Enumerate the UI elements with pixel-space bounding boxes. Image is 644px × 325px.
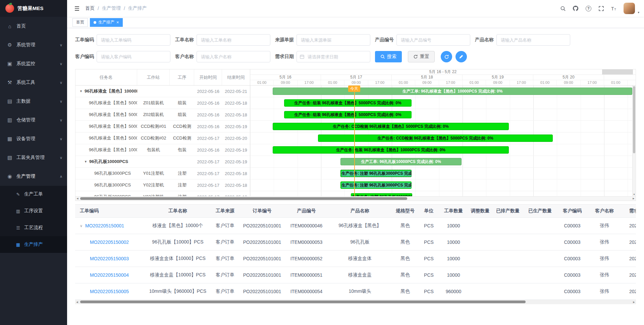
table-cell: 客户订单	[211, 283, 239, 300]
gantt-cell: 包装	[170, 147, 195, 153]
product-name-input[interactable]	[496, 34, 570, 46]
tab-home[interactable]: 首页	[72, 18, 88, 27]
sidebar-toggle-button[interactable]	[72, 0, 82, 17]
table-row[interactable]: MO202205150003 移液盒盒体【10000】PCS 客户订单 PO20…	[75, 251, 636, 267]
gantt-grid-header: 任务名 工作站 工序 开始时间 结束时间	[75, 69, 250, 86]
table-cell: 移液盒盒体	[328, 251, 392, 267]
tree-collapse-icon[interactable]: ▼	[84, 160, 87, 163]
breadcrumb-production[interactable]: 生产管理	[102, 5, 121, 11]
customer-code-input[interactable]	[97, 51, 170, 62]
close-icon[interactable]: ×	[116, 20, 119, 24]
sidebar-item-production[interactable]: ◉ 生产管理 ∧	[0, 167, 67, 186]
product-code-input[interactable]	[396, 34, 470, 46]
scrollbar-thumb[interactable]	[80, 197, 407, 200]
filter-field: 需求日期	[275, 51, 370, 62]
table-cell: 移液盒【黑色】10000个	[145, 218, 211, 234]
table-cell: C00003	[557, 251, 588, 267]
task-bar[interactable]: 生产任务: 注塑 96孔孔板3000PCS 完成比例: 0%	[351, 193, 412, 196]
tab-label: 生产排产	[98, 19, 114, 25]
fixture-icon: ▧	[7, 155, 13, 161]
task-bar[interactable]: 生产任务: 包装 96孔移液盒【黑色】10000PCS 完成比例: 0%	[273, 146, 509, 154]
work-order-bar[interactable]: 生产工单: 96孔孔板10000PCS 完成比例: 0%	[340, 158, 462, 165]
refresh-circle-button[interactable]	[441, 51, 452, 62]
task-bar[interactable]: 生产任务: CCD检测 96孔移液盒【黑色】5000PCS 完成比例: 0%	[318, 134, 553, 142]
scrollbar-thumb[interactable]	[80, 301, 526, 303]
gantt-task-row[interactable]: 96孔移液盒【黑色】5000PCS Z01组装机 组装 2022-05-16 2…	[75, 97, 250, 109]
gantt-task-row[interactable]: 96孔移液盒【黑色】5000PCS CCD检测#02 CCD检测 2022-05…	[75, 132, 250, 144]
sidebar-item-process-flow[interactable]: ☰ 工艺流程	[0, 219, 67, 236]
customer-name-input[interactable]	[197, 51, 270, 62]
work-order-code-input[interactable]	[97, 34, 170, 46]
row-expand-icon[interactable]: ∨	[80, 224, 83, 228]
gantt-task-row[interactable]: 96孔移液盒【黑色】10000PCS 包装机 包装 2022-05-16 202…	[75, 144, 250, 156]
table-row[interactable]: MO202205150002 96孔孔板【10000】PCS 客户订单 PO20…	[75, 234, 636, 251]
scroll-right-icon[interactable]: ▶	[632, 197, 636, 201]
gantt-horizontal-scrollbar[interactable]: ◀ ▶	[75, 197, 636, 201]
scrollbar-thumb[interactable]	[633, 86, 635, 153]
gantt-task-row[interactable]: ▼96孔移液盒【黑色】10000PCS 2022-05-16 2022-05-2…	[75, 86, 250, 97]
breadcrumb-home[interactable]: 首页	[85, 5, 95, 11]
github-button[interactable]	[570, 0, 581, 17]
table-row[interactable]: MO202205150005 10mm吸头【960000】PCS 客户订单 PO…	[75, 283, 636, 300]
search-submit-button[interactable]: 搜索	[375, 51, 402, 62]
demand-date-input[interactable]	[297, 51, 370, 62]
scroll-left-icon[interactable]: ◀	[75, 197, 79, 201]
sidebar: 苦糖果MES ⌂ 首页 ⚙ 系统管理 ∨ ▣ 系统监控 ∨ ⚒ 系统工具 ∨ ▤…	[0, 0, 67, 325]
work-order-link[interactable]: MO202205150005	[90, 289, 129, 294]
caret-down-icon[interactable]: ▾	[638, 11, 639, 17]
scale-filler	[602, 69, 633, 74]
fullscreen-button[interactable]	[595, 0, 607, 17]
task-bar-selected[interactable]: 生产任务: 注塑 96孔孔板3000PCS 完成比例: 0%	[340, 170, 412, 177]
work-order-link[interactable]: MO202205150004	[90, 272, 129, 278]
sidebar-item-system-monitor[interactable]: ▣ 系统监控 ∨	[0, 54, 67, 73]
gantt-task-row[interactable]: 96孔孔板3000PCS Y02注塑机 注塑 2022-05-17 2022-0…	[75, 179, 250, 191]
scroll-right-icon[interactable]: ▶	[632, 300, 636, 304]
scroll-left-icon[interactable]: ◀	[75, 300, 79, 304]
task-bar[interactable]: 生产任务: 组装 96孔移液盒【黑色】5000PCS 完成比例: 0%	[284, 99, 412, 107]
gantt-vertical-scrollbar[interactable]: ▼	[632, 86, 636, 196]
work-order-link[interactable]: MO202205150003	[90, 256, 129, 261]
scroll-down-icon[interactable]: ▼	[633, 193, 636, 196]
sidebar-item-label: 首页	[16, 23, 26, 29]
sidebar-item-home[interactable]: ⌂ 首页	[0, 17, 67, 36]
user-avatar[interactable]	[624, 3, 635, 14]
help-button[interactable]: ?	[583, 0, 594, 17]
sidebar-item-fixture[interactable]: ▧ 工装夹具管理 ∨	[0, 148, 67, 167]
table-row[interactable]: ∨MO202205150001 移液盒【黑色】10000个 客户订单 PO202…	[75, 218, 636, 234]
sidebar-item-process-setting[interactable]: ▥ 工序设置	[0, 203, 67, 219]
work-order-name-input[interactable]	[197, 34, 270, 46]
gantt-bar-row: 生产任务: CCD检测 96孔移液盒【黑色】5000PCS 完成比例: 0%	[250, 132, 636, 144]
sidebar-item-equipment[interactable]: ▦ 设备管理 ∨	[0, 129, 67, 148]
work-order-bar[interactable]: 生产工单: 96孔移液盒【黑色】10000PCS 完成比例: 0%	[273, 88, 632, 95]
sidebar-item-scheduling[interactable]: ▦ 生产排产	[0, 236, 67, 253]
search-button[interactable]	[557, 0, 569, 17]
font-size-button[interactable]: TT	[608, 0, 620, 17]
sidebar-item-system-management[interactable]: ⚙ 系统管理 ∨	[0, 36, 67, 54]
device-icon: ▦	[7, 136, 13, 142]
sidebar-item-warehouse[interactable]: ▥ 仓储管理 ∨	[0, 111, 67, 129]
sidebar-item-work-order[interactable]: ✎ 生产工单	[0, 186, 67, 203]
sidebar-item-system-tools[interactable]: ⚒ 系统工具 ∨	[0, 73, 67, 92]
search-icon	[560, 6, 566, 11]
edit-circle-button[interactable]	[455, 51, 467, 62]
reset-button[interactable]: 重置	[408, 51, 435, 62]
gantt-task-row[interactable]: ▼96孔孔板10000PCS 2022-05-17 2022-05-19	[75, 156, 250, 168]
tree-collapse-icon[interactable]: ▼	[79, 90, 83, 93]
task-bar[interactable]: 生产任务: CCD检测 96孔移液盒【黑色】5000PCS 完成比例: 0%	[273, 123, 509, 130]
task-bar[interactable]: 生产任务: 注塑 96孔孔板3000PCS 完成比例: 0%	[340, 181, 412, 189]
tab-scheduling[interactable]: 生产排产 ×	[90, 18, 123, 27]
task-bar[interactable]: 生产任务: 组装 96孔移液盒【黑色】5000PCS 完成比例: 0%	[284, 111, 412, 118]
gantt-task-row[interactable]: 96孔移液盒【黑色】5000PCS Z02组装机 组装 2022-05-16 2…	[75, 109, 250, 121]
work-order-link[interactable]: MO202205150001	[85, 223, 124, 228]
gantt-task-row[interactable]: 96孔孔板3000PCS Y03注塑机 注塑 2022-05-17 2022-0…	[75, 191, 250, 197]
work-order-table: 工单编码 工单名称 工单来源 订单编号 产品编号 产品名称 规格型号 单位 工单…	[75, 204, 636, 300]
sidebar-item-master-data[interactable]: ▤ 主数据 ∨	[0, 92, 67, 111]
tags-view-bar: 首页 生产排产 ×	[67, 17, 644, 28]
table-cell: 张伟	[588, 251, 621, 267]
work-order-link[interactable]: MO202205150002	[90, 239, 129, 245]
table-row[interactable]: MO202205150004 移液盒盒盖【10000】PCS 客户订单 PO20…	[75, 267, 636, 283]
table-horizontal-scrollbar[interactable]: ◀ ▶	[75, 300, 636, 304]
gantt-task-row[interactable]: 96孔孔板3000PCS Y01注塑机 注塑 2022-05-17 2022-0…	[75, 168, 250, 179]
source-doc-input[interactable]	[297, 34, 370, 46]
gantt-task-row[interactable]: 96孔移液盒【黑色】5000PCS CCD检测#01 CCD检测 2022-05…	[75, 121, 250, 132]
